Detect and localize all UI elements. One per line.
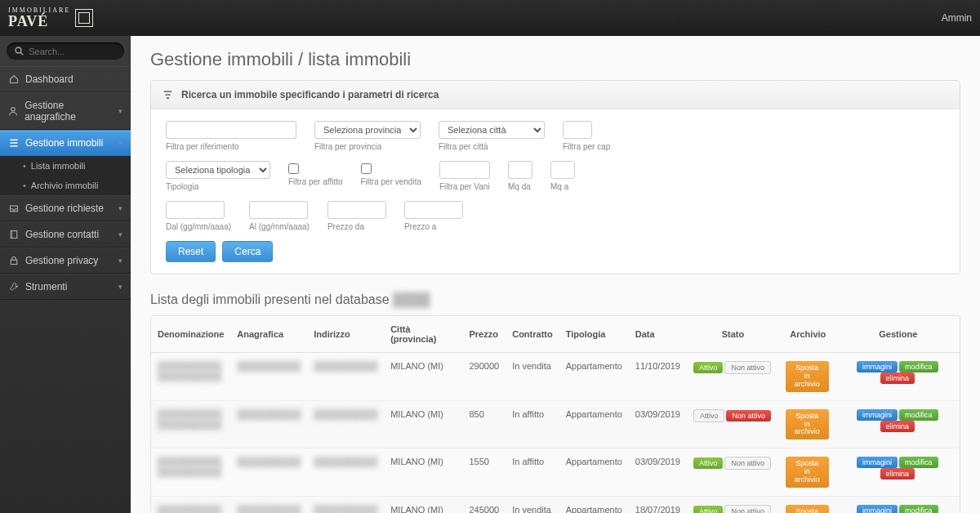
reset-button[interactable]: Reset xyxy=(166,241,216,262)
stato-attivo-badge[interactable]: Attivo xyxy=(693,457,724,469)
filter-affitto[interactable] xyxy=(288,163,299,174)
brand-logo: IMMOBILIARE PAVÉ xyxy=(8,4,93,32)
redacted-text: ██████████ xyxy=(237,457,301,466)
svg-point-0 xyxy=(16,47,21,53)
redacted-text: ██████████ xyxy=(314,505,377,513)
filter-cap-label: Filtra per cap xyxy=(563,142,610,151)
list-title: Lista degli immobili presenti nel databa… xyxy=(131,289,980,315)
cell-data: 03/09/2019 xyxy=(629,448,687,497)
stato-nonattivo-badge[interactable]: Non attivo xyxy=(726,410,771,422)
table-row: ████████████████████████████████████████… xyxy=(151,353,960,401)
filter-riferimento[interactable] xyxy=(166,121,296,139)
filter-al[interactable] xyxy=(249,201,308,219)
list-title-redacted: ████ xyxy=(393,292,430,306)
stato-nonattivo-badge[interactable]: Non attivo xyxy=(724,505,771,513)
cell-citta: MILANO (MI) xyxy=(384,497,462,513)
cell-prezzo: 245000 xyxy=(462,497,506,513)
redacted-text: ██████████ xyxy=(237,361,301,371)
nav-anagrafiche[interactable]: Gestione anagrafiche ▾ xyxy=(0,92,131,130)
filter-riferimento-label: Filtra per riferimento xyxy=(166,142,296,151)
nav-label: Gestione richieste xyxy=(25,203,104,214)
immobili-table: Denominazione Anagrafica Indirizzo Città… xyxy=(150,315,960,513)
modifica-button[interactable]: modifica xyxy=(899,505,938,513)
filter-mq-da-label: Mq da xyxy=(508,182,532,191)
brand-icon xyxy=(75,9,93,27)
modifica-button[interactable]: modifica xyxy=(899,409,938,421)
sposta-archivio-button[interactable]: Sposta inarchivio xyxy=(786,505,829,513)
stato-nonattivo-badge[interactable]: Non attivo xyxy=(724,457,771,470)
filter-vani[interactable] xyxy=(439,161,490,179)
filter-citta[interactable]: Seleziona città xyxy=(439,121,545,139)
filter-vendita[interactable] xyxy=(361,163,372,174)
stato-attivo-badge[interactable]: Attivo xyxy=(693,409,725,422)
svg-rect-6 xyxy=(11,260,17,264)
nav-label: Gestione anagrafiche xyxy=(24,100,112,123)
col-prezzo: Prezzo xyxy=(462,316,506,353)
filter-provincia[interactable]: Seleziona provincia xyxy=(314,121,421,139)
current-user[interactable]: Ammin xyxy=(942,12,972,24)
filter-mq-a[interactable] xyxy=(550,161,575,179)
stato-attivo-badge[interactable]: Attivo xyxy=(693,506,724,513)
col-tipologia: Tipologia xyxy=(559,316,629,353)
book-icon xyxy=(8,230,19,240)
nav-immobili[interactable]: Gestione immobili ▾ xyxy=(0,130,131,156)
cell-tipologia: Appartamento xyxy=(559,353,629,401)
sposta-archivio-button[interactable]: Sposta inarchivio xyxy=(786,361,829,392)
nav-label: Dashboard xyxy=(25,74,74,85)
cell-prezzo: 290000 xyxy=(462,353,506,401)
stato-nonattivo-badge[interactable]: Non attivo xyxy=(724,361,771,374)
chevron-down-icon: ▾ xyxy=(118,139,122,147)
cell-contratto: In affitto xyxy=(506,400,559,448)
nav-strumenti[interactable]: Strumenti ▾ xyxy=(0,274,131,300)
list-icon xyxy=(8,138,19,149)
chevron-down-icon: ▾ xyxy=(118,107,122,115)
filter-tipologia[interactable]: Seleziona tipologia xyxy=(166,161,270,179)
filter-icon xyxy=(163,90,173,100)
filter-provincia-label: Filtra per provincia xyxy=(314,142,421,151)
elimina-button[interactable]: elimina xyxy=(880,468,915,480)
filter-prezzo-da-label: Prezzo da xyxy=(327,222,386,231)
nav-privacy[interactable]: Gestione privacy ▾ xyxy=(0,248,131,274)
modifica-button[interactable]: modifica xyxy=(899,361,938,372)
filter-prezzo-a[interactable] xyxy=(404,201,463,219)
filter-al-label: Al (gg/mm/aaaa) xyxy=(249,222,310,231)
modifica-button[interactable]: modifica xyxy=(899,457,938,468)
filter-tipologia-label: Tipologia xyxy=(166,182,270,191)
filter-cap[interactable] xyxy=(563,121,592,139)
cell-contratto: In affitto xyxy=(506,448,559,497)
col-data: Data xyxy=(629,316,687,353)
elimina-button[interactable]: elimina xyxy=(880,372,915,384)
sposta-archivio-button[interactable]: Sposta inarchivio xyxy=(786,409,829,440)
filter-dal[interactable] xyxy=(166,201,225,219)
col-denominazione: Denominazione xyxy=(151,316,230,353)
search-panel: Ricerca un immobile specificando i param… xyxy=(150,80,960,274)
subnav-lista-immobili[interactable]: Lista immobili xyxy=(0,156,131,176)
stato-attivo-badge[interactable]: Attivo xyxy=(693,362,724,373)
subnav-archivio-immobili[interactable]: Archivio immobili xyxy=(0,176,131,195)
home-icon xyxy=(8,74,19,85)
filter-affitto-label: Filtra per affitto xyxy=(288,177,343,186)
cell-data: 18/07/2019 xyxy=(629,497,687,513)
lock-icon xyxy=(8,256,19,266)
nav-dashboard[interactable]: Dashboard xyxy=(0,66,131,92)
cerca-button[interactable]: Cerca xyxy=(222,241,273,262)
immagini-button[interactable]: immagini xyxy=(857,361,898,372)
cell-citta: MILANO (MI) xyxy=(384,400,462,448)
nav-contatti[interactable]: Gestione contatti ▾ xyxy=(0,221,131,248)
immagini-button[interactable]: immagini xyxy=(857,505,898,513)
chevron-down-icon: ▾ xyxy=(118,230,122,239)
filter-prezzo-da[interactable] xyxy=(327,201,386,219)
nav-label: Gestione privacy xyxy=(25,255,98,266)
nav-richieste[interactable]: Gestione richieste ▾ xyxy=(0,195,131,221)
col-archivio: Archivio xyxy=(779,316,837,353)
search-input[interactable] xyxy=(29,47,116,56)
sposta-archivio-button[interactable]: Sposta inarchivio xyxy=(786,457,829,488)
immagini-button[interactable]: immagini xyxy=(857,409,898,421)
immagini-button[interactable]: immagini xyxy=(857,457,898,468)
filter-prezzo-a-label: Prezzo a xyxy=(404,222,463,231)
chevron-down-icon: ▾ xyxy=(118,204,122,212)
global-search[interactable] xyxy=(7,42,124,60)
filter-mq-da[interactable] xyxy=(508,161,532,179)
cell-tipologia: Appartamento xyxy=(559,497,629,513)
elimina-button[interactable]: elimina xyxy=(880,421,915,432)
